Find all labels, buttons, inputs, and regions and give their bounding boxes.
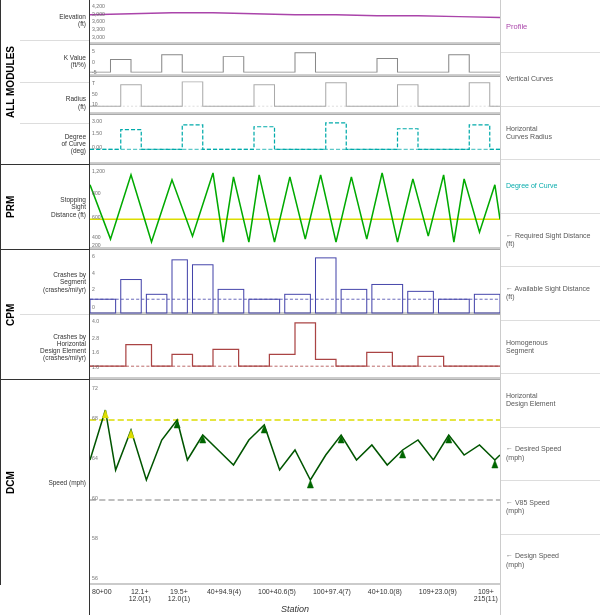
svg-text:-5: -5	[92, 69, 97, 75]
svg-text:60: 60	[92, 495, 98, 501]
speed-svg: 72 68 64 60 58 56	[90, 380, 500, 585]
svg-text:6: 6	[92, 253, 95, 259]
label-kvalue: K Value(ft/%)	[20, 41, 89, 82]
svg-text:T: T	[92, 80, 95, 86]
label-sight: StoppingSightDistance (ft)	[20, 165, 89, 249]
svg-rect-32	[172, 260, 187, 313]
svg-text:0.00: 0.00	[92, 144, 102, 150]
label-degree: Degreeof Curve(deg)	[20, 124, 89, 164]
chart-kvalue: 5 0 -5	[90, 45, 500, 77]
svg-text:2.8: 2.8	[92, 335, 99, 341]
label-crashes-seg: Crashes bySegment(crashes/mi/yr)	[20, 250, 89, 315]
svg-text:2: 2	[92, 286, 95, 292]
svg-text:72: 72	[92, 385, 98, 391]
svg-marker-61	[307, 480, 313, 488]
module-prm-label: PRM	[0, 165, 20, 249]
station-2: 19.5+12.0(1)	[168, 588, 190, 602]
svg-text:1.6: 1.6	[92, 349, 99, 355]
right-label-desired-speed: ← Desired Speed(mph)	[501, 428, 600, 481]
svg-text:0: 0	[92, 60, 95, 66]
svg-text:1.50: 1.50	[92, 130, 102, 136]
svg-text:5: 5	[92, 48, 95, 54]
svg-marker-65	[492, 460, 498, 468]
svg-text:50: 50	[92, 92, 98, 98]
station-6: 40+10.0(8)	[368, 588, 402, 602]
station-0: 80+00	[92, 588, 112, 602]
svg-marker-56	[102, 410, 108, 418]
svg-text:3,600: 3,600	[92, 19, 105, 25]
svg-rect-37	[316, 258, 337, 313]
x-axis-title: Station	[281, 604, 309, 614]
bottom-axis: 80+00 12.1+12.0(1) 19.5+12.0(1) 40+94.9(…	[0, 587, 600, 615]
module-all-label: ALL MODULES	[0, 0, 20, 164]
svg-rect-31	[146, 294, 167, 313]
chart-speed: 72 68 64 60 58 56	[90, 380, 500, 585]
chart-labels-prm: StoppingSightDistance (ft)	[20, 165, 89, 249]
chart-radius: T 50 10	[90, 77, 500, 115]
crashes-horiz-svg: 4.0 2.8 1.6 1.0	[90, 315, 500, 379]
svg-text:600: 600	[92, 214, 101, 220]
svg-rect-42	[474, 294, 500, 313]
svg-text:3,900: 3,900	[92, 11, 105, 17]
svg-rect-33	[193, 265, 214, 313]
chart-crashes-horiz: 4.0 2.8 1.6 1.0	[90, 315, 500, 380]
svg-text:1,200: 1,200	[92, 168, 105, 174]
degree-svg: 3.00 1.50 0.00	[90, 115, 500, 164]
station-8: 109+215(11)	[474, 588, 498, 602]
chart-labels-cpm: Crashes bySegment(crashes/mi/yr) Crashes…	[20, 250, 89, 379]
right-label-degree: Degree of Curve	[501, 160, 600, 213]
station-5: 100+97.4(7)	[313, 588, 351, 602]
svg-rect-40	[408, 291, 434, 313]
elevation-svg: 4,200 3,900 3,600 3,300 3,000	[90, 0, 500, 44]
svg-text:0: 0	[92, 304, 95, 310]
svg-text:4,200: 4,200	[92, 3, 105, 9]
chart-labels-all: Elevation(ft) K Value(ft/%) Radius(ft) D…	[20, 0, 89, 164]
x-tick-labels: 80+00 12.1+12.0(1) 19.5+12.0(1) 40+94.9(…	[90, 587, 500, 602]
station-7: 109+23.0(9)	[419, 588, 457, 602]
svg-rect-41	[439, 299, 470, 313]
svg-rect-30	[121, 280, 142, 313]
charts-wrapper: ALL MODULES Elevation(ft) K Value(ft/%) …	[0, 0, 600, 587]
axis-content: 80+00 12.1+12.0(1) 19.5+12.0(1) 40+94.9(…	[90, 587, 500, 615]
svg-rect-36	[285, 294, 311, 313]
chart-degree: 3.00 1.50 0.00	[90, 115, 500, 165]
svg-text:3,000: 3,000	[92, 34, 105, 40]
right-label-profile: Profile	[501, 0, 600, 53]
station-1: 12.1+12.0(1)	[129, 588, 151, 602]
label-crashes-horiz: Crashes byHorizontalDesign Element(crash…	[20, 315, 89, 379]
main-wrapper: ALL MODULES Elevation(ft) K Value(ft/%) …	[0, 0, 600, 615]
crashes-seg-svg: 6 4 2 0	[90, 250, 500, 314]
right-label-required-sight: ← Required Sight Distance (ft)	[501, 214, 600, 267]
svg-text:64: 64	[92, 455, 98, 461]
right-label-design-speed: ← Design Speed(mph)	[501, 535, 600, 587]
label-radius: Radius(ft)	[20, 83, 89, 124]
right-label-homogenous: HomogenousSegment	[501, 321, 600, 374]
charts-area: 4,200 3,900 3,600 3,300 3,000 5 0 -5	[90, 0, 500, 587]
svg-rect-38	[341, 289, 367, 313]
module-all: ALL MODULES Elevation(ft) K Value(ft/%) …	[0, 0, 89, 165]
right-label-available-sight: ← Available Sight Distance (ft)	[501, 267, 600, 320]
svg-text:4.0: 4.0	[92, 318, 99, 324]
svg-text:58: 58	[92, 535, 98, 541]
module-dcm-label: DCM	[0, 380, 20, 585]
axis-spacer-left	[0, 587, 90, 615]
module-cpm-label: CPM	[0, 250, 20, 379]
svg-rect-35	[249, 299, 280, 313]
right-labels: Profile Vertical Curves HorizontalCurves…	[500, 0, 600, 587]
chart-labels-dcm: Speed (mph)	[20, 380, 89, 585]
left-labels: ALL MODULES Elevation(ft) K Value(ft/%) …	[0, 0, 90, 587]
label-speed: Speed (mph)	[20, 380, 89, 585]
module-prm: PRM StoppingSightDistance (ft)	[0, 165, 89, 250]
radius-svg: T 50 10	[90, 77, 500, 114]
svg-text:10: 10	[92, 101, 98, 107]
svg-rect-34	[218, 289, 244, 313]
right-label-horiz-design: HorizontalDesign Element	[501, 374, 600, 427]
right-label-vertical: Vertical Curves	[501, 53, 600, 106]
axis-spacer-right	[500, 587, 600, 615]
svg-text:56: 56	[92, 575, 98, 581]
svg-text:4: 4	[92, 270, 95, 276]
right-label-horiz-radius: HorizontalCurves Radius	[501, 107, 600, 160]
kvalue-svg: 5 0 -5	[90, 45, 500, 76]
sight-svg: 1,200 800 600 400 200	[90, 165, 500, 249]
station-3: 40+94.9(4)	[207, 588, 241, 602]
